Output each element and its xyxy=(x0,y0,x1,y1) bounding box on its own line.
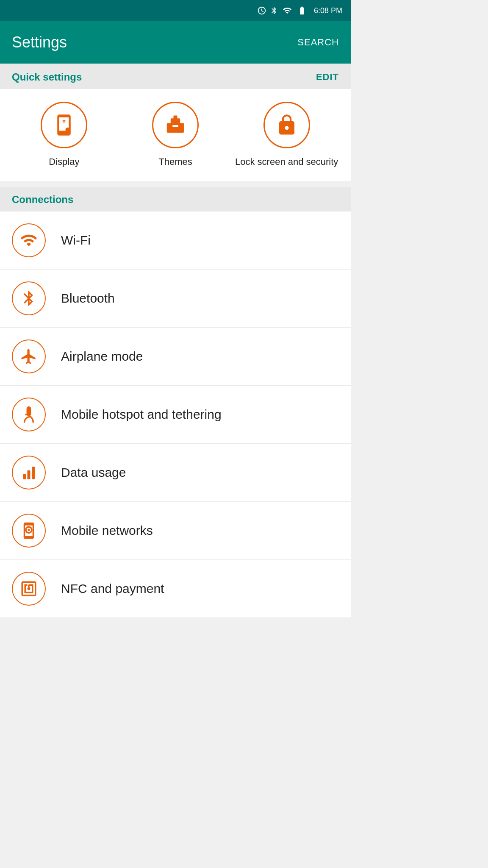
quick-item-lock[interactable]: Lock screen and security xyxy=(231,102,342,168)
mobile-networks-item[interactable]: Mobile networks xyxy=(0,502,351,560)
hotspot-icon-circle xyxy=(12,398,46,431)
themes-icon-circle xyxy=(152,102,199,148)
signal-icon xyxy=(282,6,293,15)
airplane-icon xyxy=(20,348,38,365)
bluetooth-icon xyxy=(20,289,38,307)
svg-rect-8 xyxy=(32,467,35,479)
lock-icon-circle xyxy=(263,102,310,148)
svg-rect-4 xyxy=(172,125,178,127)
hotspot-item[interactable]: Mobile hotspot and tethering xyxy=(0,386,351,444)
quick-item-display[interactable]: Display xyxy=(8,102,120,168)
airplane-icon-circle xyxy=(12,339,46,373)
lock-icon xyxy=(275,114,298,136)
svg-rect-3 xyxy=(174,116,177,120)
lock-screen-label: Lock screen and security xyxy=(235,156,338,168)
airplane-item[interactable]: Airplane mode xyxy=(0,328,351,386)
display-icon-circle xyxy=(41,102,87,148)
bluetooth-item[interactable]: Bluetooth xyxy=(0,270,351,328)
bluetooth-status-icon xyxy=(270,6,278,15)
svg-rect-7 xyxy=(28,470,30,479)
display-icon xyxy=(53,114,75,136)
wifi-label: Wi-Fi xyxy=(61,233,91,248)
themes-label: Themes xyxy=(158,156,192,168)
themes-icon xyxy=(164,114,187,136)
mobile-networks-label: Mobile networks xyxy=(61,523,153,538)
mobile-networks-icon-circle xyxy=(12,514,46,548)
wifi-icon xyxy=(20,231,38,249)
quick-settings-header: Quick settings EDIT xyxy=(0,64,351,89)
nfc-label: NFC and payment xyxy=(61,581,164,596)
airplane-label: Airplane mode xyxy=(61,349,143,364)
quick-settings-title: Quick settings xyxy=(12,71,82,83)
nfc-icon-circle xyxy=(12,572,46,606)
data-usage-label: Data usage xyxy=(61,465,126,480)
page-title: Settings xyxy=(12,33,67,51)
settings-list: Wi-Fi Bluetooth Airplane mode Mobile hot… xyxy=(0,211,351,618)
nfc-item[interactable]: NFC and payment xyxy=(0,560,351,618)
connections-title: Connections xyxy=(12,194,73,205)
app-bar: Settings SEARCH xyxy=(0,21,351,64)
display-label: Display xyxy=(49,156,79,168)
status-bar: 6:08 PM xyxy=(0,0,351,21)
svg-rect-6 xyxy=(23,474,26,479)
bluetooth-icon-circle xyxy=(12,281,46,315)
connections-header: Connections xyxy=(0,187,351,211)
edit-button[interactable]: EDIT xyxy=(316,72,339,83)
mobile-networks-icon xyxy=(20,522,38,540)
status-icons: 6:08 PM xyxy=(257,6,342,15)
wifi-icon-circle xyxy=(12,223,46,257)
hotspot-icon xyxy=(20,406,38,423)
search-button[interactable]: SEARCH xyxy=(297,37,339,48)
bluetooth-label: Bluetooth xyxy=(61,291,115,306)
status-time: 6:08 PM xyxy=(314,6,342,15)
quick-settings-panel: Display Themes Lock screen and security xyxy=(0,89,351,181)
svg-point-9 xyxy=(28,529,30,531)
nfc-icon xyxy=(20,580,38,598)
data-usage-icon-circle xyxy=(12,456,46,490)
hotspot-label: Mobile hotspot and tethering xyxy=(61,407,222,422)
data-usage-icon xyxy=(20,464,38,481)
wifi-item[interactable]: Wi-Fi xyxy=(0,211,351,270)
data-usage-item[interactable]: Data usage xyxy=(0,444,351,502)
alarm-icon xyxy=(257,6,266,15)
svg-point-0 xyxy=(66,128,70,132)
quick-item-themes[interactable]: Themes xyxy=(120,102,231,168)
battery-icon xyxy=(296,6,308,15)
